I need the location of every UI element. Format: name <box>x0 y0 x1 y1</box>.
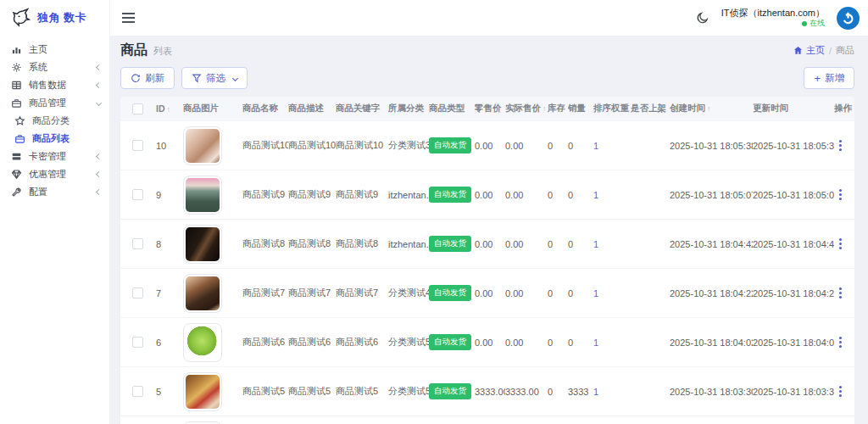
sidebar-item-商品列表[interactable]: 商品列表 <box>0 130 109 148</box>
sidebar-toggle-icon[interactable] <box>122 10 135 25</box>
add-button[interactable]: + 新增 <box>804 67 854 89</box>
row-actions-icon[interactable] <box>839 390 842 393</box>
sidebar-item-主页[interactable]: 主页 <box>0 41 109 59</box>
green-apple-photo[interactable] <box>183 323 222 362</box>
product-description: 商品测试6 <box>288 336 336 349</box>
stock-count: 0 <box>548 141 568 151</box>
sidebar-item-配置[interactable]: 配置 <box>0 183 109 201</box>
row-actions-icon[interactable] <box>839 243 842 245</box>
column-header[interactable]: 商品关键字 <box>336 103 388 114</box>
sort-weight-link[interactable]: 1 <box>593 239 598 249</box>
product-id: 5 <box>156 387 183 397</box>
stock-count: 0 <box>548 190 568 200</box>
product-category: 分类测试3 <box>388 139 429 152</box>
column-header[interactable]: 实际售价↑ <box>505 103 548 114</box>
sidebar-item-label: 卡密管理 <box>29 150 66 163</box>
sidebar-item-优惠管理[interactable]: 优惠管理 <box>0 165 109 183</box>
table-icon <box>11 80 22 91</box>
column-header[interactable]: 商品图片 <box>183 103 242 114</box>
sort-weight-link[interactable]: 1 <box>593 288 598 298</box>
column-header[interactable]: 库存 <box>548 103 568 114</box>
retail-price: 0.00 <box>475 239 505 249</box>
collage-with-teddy-photo[interactable] <box>183 372 222 411</box>
sidebar-item-销售数据[interactable]: 销售数据 <box>0 76 109 94</box>
sidebar-item-label: 商品分类 <box>32 114 70 127</box>
sidebar-item-系统[interactable]: 系统 <box>0 59 109 76</box>
column-header[interactable]: 商品描述 <box>288 103 336 114</box>
breadcrumb-current: 商品 <box>836 44 854 57</box>
product-keyword: 商品测试7 <box>336 287 388 299</box>
sales-count: 3333 <box>568 387 593 397</box>
row-checkbox[interactable] <box>132 337 143 348</box>
brand-logo[interactable]: 独角 数卡 <box>0 0 109 36</box>
select-all-checkbox[interactable] <box>132 103 143 114</box>
sort-weight-link[interactable]: 1 <box>593 387 598 397</box>
briefcase-icon <box>14 133 25 144</box>
product-name: 商品测试5 <box>242 385 288 398</box>
sort-weight-link[interactable]: 1 <box>593 338 598 348</box>
retail-price: 3333.00 <box>475 387 505 397</box>
product-description: 商品测试5 <box>288 385 336 398</box>
product-description: 商品测试10 <box>288 139 336 152</box>
sidebar-item-商品分类[interactable]: 商品分类 <box>0 112 109 130</box>
power-icon <box>841 11 855 25</box>
product-type-badge: 自动发货 <box>429 334 471 350</box>
row-actions-icon[interactable] <box>839 193 842 196</box>
chevron-icon <box>96 64 102 70</box>
brunette-portrait-photo[interactable] <box>183 274 222 313</box>
filter-icon <box>192 73 202 83</box>
sort-weight-link[interactable]: 1 <box>593 141 598 151</box>
column-header[interactable]: 销量 <box>568 103 593 114</box>
column-header[interactable]: 所属分类 <box>388 103 429 114</box>
refresh-button[interactable]: 刷新 <box>120 67 175 89</box>
sales-count: 0 <box>568 190 593 200</box>
column-header[interactable]: ID↑ <box>156 103 183 114</box>
product-type-badge: 自动发货 <box>429 187 471 203</box>
product-keyword: 商品测试10 <box>336 139 388 152</box>
row-checkbox[interactable] <box>132 386 143 397</box>
girl-with-plush-photo[interactable] <box>183 126 222 165</box>
row-actions-icon[interactable] <box>839 292 842 294</box>
product-type-badge: 自动发货 <box>429 383 471 399</box>
row-checkbox[interactable] <box>132 287 143 298</box>
updated-time: 2025-10-31 18:03:30 <box>753 387 834 397</box>
sidebar-item-label: 商品列表 <box>32 132 70 145</box>
column-header[interactable]: 是否上架 <box>631 103 670 114</box>
updated-time: 2025-10-31 18:05:07 <box>753 190 834 200</box>
retail-price: 0.00 <box>475 288 505 298</box>
toolbar: 刷新 筛选 + 新增 <box>120 67 854 89</box>
sort-weight-link[interactable]: 1 <box>593 190 598 200</box>
product-name: 商品测试6 <box>242 336 288 349</box>
sidebar-item-卡密管理[interactable]: 卡密管理 <box>0 148 109 165</box>
column-header[interactable]: 排序权重↑ <box>593 103 631 114</box>
product-id: 10 <box>156 141 183 151</box>
chevron-icon <box>96 171 102 177</box>
retail-price: 0.00 <box>475 141 505 151</box>
blonde-portrait-photo[interactable] <box>183 421 222 424</box>
row-actions-icon[interactable] <box>839 341 842 343</box>
column-header[interactable]: 零售价 <box>475 103 505 114</box>
sidebar-item-商品管理[interactable]: 商品管理 <box>0 94 109 112</box>
product-name: 商品测试9 <box>242 188 288 201</box>
avatar[interactable] <box>837 7 860 30</box>
dark-portrait-photo[interactable] <box>183 225 222 264</box>
sidebar-item-label: 销售数据 <box>29 79 66 92</box>
dark-mode-icon[interactable] <box>696 11 709 25</box>
column-header[interactable]: 操作 <box>834 103 854 114</box>
classroom-photo[interactable] <box>183 176 222 215</box>
created-time: 2025-10-31 18:05:38 <box>670 141 753 151</box>
updated-time: 2025-10-31 18:04:22 <box>753 288 834 298</box>
row-checkbox[interactable] <box>132 238 143 249</box>
user-menu[interactable]: IT侦探（itzhentan.com） 在线 <box>721 8 825 29</box>
breadcrumb-home-link[interactable]: 主页 <box>793 44 825 57</box>
column-header[interactable]: 更新时间 <box>753 103 834 114</box>
column-header[interactable]: 商品类型 <box>429 103 475 114</box>
column-header[interactable]: 创建时间↑ <box>670 103 753 114</box>
filter-button[interactable]: 筛选 <box>181 67 248 89</box>
product-id: 8 <box>156 239 183 249</box>
row-actions-icon[interactable] <box>839 144 842 147</box>
sidebar: 独角 数卡 主页 系统 销售数据 商品管理 商品分类 商品列表 卡密管理 优惠管… <box>0 0 110 424</box>
column-header[interactable]: 商品名称 <box>242 103 288 114</box>
row-checkbox[interactable] <box>132 140 143 151</box>
row-checkbox[interactable] <box>132 189 143 200</box>
